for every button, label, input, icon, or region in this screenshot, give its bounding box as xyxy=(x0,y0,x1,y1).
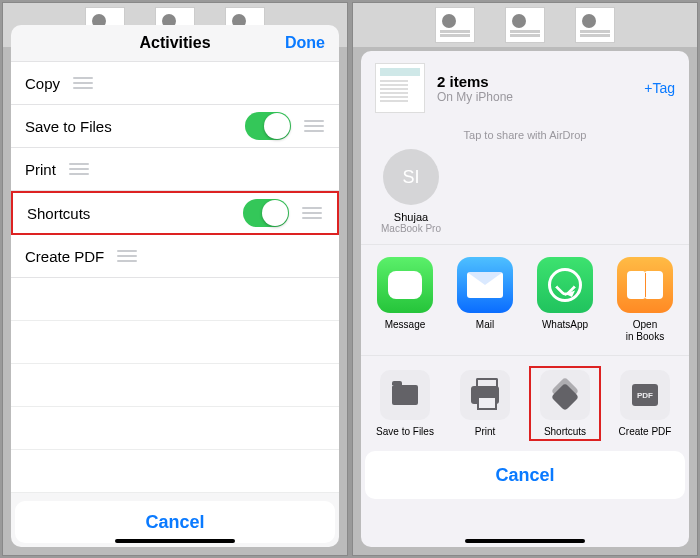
whatsapp-icon xyxy=(537,257,593,313)
home-indicator[interactable] xyxy=(115,539,235,543)
books-icon xyxy=(617,257,673,313)
activities-title: Activities xyxy=(139,34,210,52)
save-label: Save to Files xyxy=(376,426,434,437)
cancel-button[interactable]: Cancel xyxy=(365,451,685,499)
action-create-pdf[interactable]: PDF Create PDF xyxy=(609,370,681,437)
contact-name: Shujaa xyxy=(394,211,428,223)
createpdf-label: Create PDF xyxy=(25,248,104,265)
pdf-icon: PDF xyxy=(620,370,670,420)
share-screen: 2 items On My iPhone +Tag Tap to share w… xyxy=(352,2,698,556)
printer-icon xyxy=(460,370,510,420)
whatsapp-label: WhatsApp xyxy=(542,319,588,343)
activities-screen: Activities Done Copy Save to Files Print… xyxy=(2,2,348,556)
books-label: Open in Books xyxy=(626,319,664,343)
items-subtitle: On My iPhone xyxy=(437,90,513,104)
app-message[interactable]: Message xyxy=(369,257,441,343)
action-shortcuts[interactable]: Shortcuts xyxy=(529,366,601,441)
airdrop-contact[interactable]: SI Shujaa MacBook Pro xyxy=(375,149,447,234)
background-docs xyxy=(353,3,697,47)
reorder-icon[interactable] xyxy=(68,163,90,175)
reorder-icon[interactable] xyxy=(301,207,323,219)
row-save-to-files[interactable]: Save to Files xyxy=(11,105,339,148)
shortcuts-toggle[interactable] xyxy=(243,199,289,227)
print-label: Print xyxy=(475,426,496,437)
createpdf-label: Create PDF xyxy=(619,426,672,437)
share-sheet: 2 items On My iPhone +Tag Tap to share w… xyxy=(361,51,689,547)
row-shortcuts[interactable]: Shortcuts xyxy=(11,191,339,235)
row-copy[interactable]: Copy xyxy=(11,62,339,105)
action-save-to-files[interactable]: Save to Files xyxy=(369,370,441,437)
item-thumbnail xyxy=(375,63,425,113)
save-toggle[interactable] xyxy=(245,112,291,140)
mail-icon xyxy=(457,257,513,313)
avatar-icon: SI xyxy=(383,149,439,205)
items-title: 2 items xyxy=(437,73,513,90)
cancel-button[interactable]: Cancel xyxy=(15,501,335,543)
reorder-icon[interactable] xyxy=(72,77,94,89)
row-create-pdf[interactable]: Create PDF xyxy=(11,235,339,278)
action-print[interactable]: Print xyxy=(449,370,521,437)
row-print[interactable]: Print xyxy=(11,148,339,191)
shortcuts-label: Shortcuts xyxy=(27,205,90,222)
print-label: Print xyxy=(25,161,56,178)
message-label: Message xyxy=(385,319,426,343)
done-button[interactable]: Done xyxy=(285,34,325,52)
contact-device: MacBook Pro xyxy=(381,223,441,234)
copy-label: Copy xyxy=(25,75,60,92)
app-books[interactable]: Open in Books xyxy=(609,257,681,343)
reorder-icon[interactable] xyxy=(303,120,325,132)
app-whatsapp[interactable]: WhatsApp xyxy=(529,257,601,343)
tag-button[interactable]: +Tag xyxy=(644,80,675,96)
message-icon xyxy=(377,257,433,313)
shortcuts-icon xyxy=(540,370,590,420)
reorder-icon[interactable] xyxy=(116,250,138,262)
airdrop-hint: Tap to share with AirDrop xyxy=(361,129,689,141)
folder-icon xyxy=(380,370,430,420)
mail-label: Mail xyxy=(476,319,494,343)
shortcuts-label: Shortcuts xyxy=(544,426,586,437)
activities-sheet: Activities Done Copy Save to Files Print… xyxy=(11,25,339,547)
save-label: Save to Files xyxy=(25,118,112,135)
home-indicator[interactable] xyxy=(465,539,585,543)
app-mail[interactable]: Mail xyxy=(449,257,521,343)
